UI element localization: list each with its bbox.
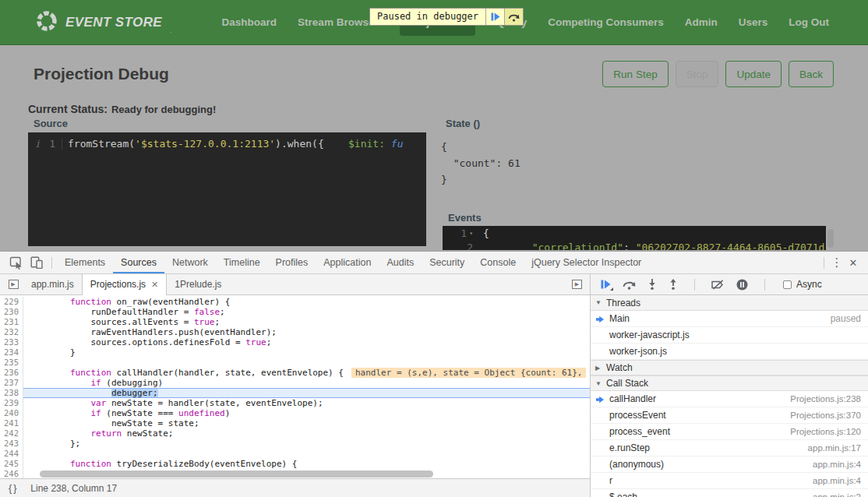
run-step-button[interactable]: Run Step (602, 61, 668, 87)
devtools-menu-icon[interactable]: ⋮ (829, 256, 845, 270)
toggle-panel-icon[interactable]: ▶ (572, 274, 582, 294)
devtools-tab-sources[interactable]: Sources (113, 252, 164, 273)
call-stack-frame-processevent[interactable]: processEventProjections.js:370 (591, 407, 868, 424)
back-button[interactable]: Back (789, 61, 834, 87)
gutter-line-240[interactable]: 240 (0, 408, 23, 418)
code-line-231[interactable]: 231 sources.allEvents = true; (0, 317, 590, 327)
code-line-237[interactable]: 237 if (debugging) (0, 378, 590, 388)
devtools-tab-timeline[interactable]: Timeline (216, 252, 268, 273)
code-line-240[interactable]: 240 if (newState === undefined) (0, 408, 590, 418)
devtools-tab-application[interactable]: Application (316, 252, 379, 273)
thread-row-main[interactable]: Mainpaused (591, 311, 868, 327)
step-over-button[interactable] (623, 280, 636, 290)
events-scrollbar-thumb[interactable] (827, 229, 834, 248)
code-line-238[interactable]: 238 debugger; (0, 388, 590, 398)
code-editor[interactable]: 229 function on_raw(eventHandler) {230 r… (0, 295, 590, 478)
devtools-close-icon[interactable]: ✕ (845, 257, 862, 269)
banner-step-over-button[interactable] (504, 9, 523, 25)
file-tab-1prelude-js[interactable]: 1Prelude.js (167, 274, 229, 294)
devtools-tab-profiles[interactable]: Profiles (268, 252, 316, 273)
code-line-244[interactable]: 244 (0, 449, 590, 459)
close-tab-icon[interactable]: ✕ (151, 275, 158, 294)
gutter-line-231[interactable]: 231 (0, 317, 23, 327)
devtools-tab-jquery-selector-inspector[interactable]: jQuery Selector Inspector (524, 252, 649, 273)
code-line-234[interactable]: 234 } (0, 347, 590, 358)
devtools-tab-elements[interactable]: Elements (57, 252, 113, 273)
code-line-236[interactable]: 236 function callHandler(handler, state,… (0, 368, 590, 378)
devtools-tab-audits[interactable]: Audits (379, 252, 422, 273)
gutter-line-245[interactable]: 245 (0, 459, 23, 469)
call-stack-frame-each[interactable]: $.eachapp.min.js:2 (591, 489, 868, 497)
gutter-line-233[interactable]: 233 (0, 337, 23, 347)
code-line-232[interactable]: 232 rawEventHandlers.push(eventHandler); (0, 327, 590, 337)
threads-section-header[interactable]: ▼ Threads (591, 295, 868, 311)
code-line-230[interactable]: 230 runDefaultHandler = false; (0, 307, 590, 317)
gutter-line-230[interactable]: 230 (0, 307, 23, 317)
watch-section-header[interactable]: ▶ Watch (591, 360, 868, 375)
gutter-line-237[interactable]: 237 (0, 378, 23, 388)
nav-item-users[interactable]: Users (739, 16, 768, 28)
code-line-235[interactable]: 235 (0, 358, 590, 368)
call-stack-frame-e-runstep[interactable]: e.runStepapp.min.js:17 (591, 440, 868, 456)
device-toolbar-icon[interactable] (26, 252, 47, 273)
gutter-line-235[interactable]: 235 (0, 358, 23, 368)
code-line-246[interactable]: 246 (0, 469, 590, 478)
stop-button[interactable]: Stop (676, 61, 719, 87)
gutter-line-246[interactable]: 246 (0, 469, 23, 478)
nav-item-admin[interactable]: Admin (685, 16, 718, 28)
call-stack-section-header[interactable]: ▼ Call Stack (591, 375, 868, 391)
code-line-242[interactable]: 242 return newState; (0, 428, 590, 439)
gutter-line-243[interactable]: 243 (0, 439, 23, 449)
nav-item-stream-browser[interactable]: Stream Browser (298, 16, 379, 28)
gutter-line-238[interactable]: 238 (0, 388, 23, 398)
horizontal-scrollbar-thumb[interactable] (40, 471, 433, 478)
async-checkbox[interactable]: Async (783, 279, 822, 290)
file-tab-app-min-js[interactable]: app.min.js (23, 274, 82, 294)
call-stack-frame-r[interactable]: rapp.min.js:4 (591, 473, 868, 489)
code-line-229[interactable]: 229 function on_raw(eventHandler) { (0, 297, 590, 307)
checkbox-icon[interactable] (783, 280, 792, 289)
gutter-line-244[interactable]: 244 (0, 449, 23, 459)
gutter-line-239[interactable]: 239 (0, 398, 23, 408)
step-out-button[interactable] (669, 279, 678, 290)
show-navigator-icon[interactable]: ▶ (3, 274, 23, 294)
fold-arrow-icon[interactable]: ▾ (469, 230, 473, 237)
gutter-line-236[interactable]: 236 (0, 368, 23, 378)
nav-item-log-out[interactable]: Log Out (789, 16, 829, 28)
source-gutter[interactable]: i 1 (28, 138, 62, 150)
deactivate-breakpoints-button[interactable] (711, 280, 725, 290)
gutter-line-232[interactable]: 232 (0, 327, 23, 337)
update-button[interactable]: Update (725, 61, 782, 87)
code-line-241[interactable]: 241 newState = state; (0, 418, 590, 428)
thread-row-worker-json-js[interactable]: worker-json.js (591, 344, 868, 360)
code-line-233[interactable]: 233 sources.options.definesFold = true; (0, 337, 590, 347)
banner-resume-button[interactable] (485, 9, 504, 25)
step-into-button[interactable] (647, 279, 657, 290)
code-line-243[interactable]: 243 }; (0, 439, 590, 449)
gutter-line-229[interactable]: 229 (0, 297, 23, 307)
gutter-line-234[interactable]: 234 (0, 347, 23, 358)
resume-script-button[interactable] (601, 280, 611, 289)
call-stack-frame-process-event[interactable]: process_eventProjections.js:120 (591, 424, 868, 440)
code-line-239[interactable]: 239 var newState = handler(state, eventE… (0, 398, 590, 408)
file-tab-projections-js[interactable]: Projections.js✕ (82, 274, 168, 295)
gutter-line-241[interactable]: 241 (0, 418, 23, 428)
devtools-tab-security[interactable]: Security (422, 252, 472, 273)
pretty-print-icon[interactable]: {} (9, 483, 18, 494)
brand-logo[interactable]: EVENT STORE . (35, 9, 171, 36)
events-gutter-line1[interactable]: 1 ▾ (443, 227, 478, 239)
events-gutter-line2[interactable]: 2 (443, 241, 478, 251)
pause-on-exceptions-button[interactable] (736, 279, 748, 291)
thread-row-worker-javascript-js[interactable]: worker-javascript.js (591, 327, 868, 344)
nav-item-dashboard[interactable]: Dashboard (222, 16, 277, 28)
call-stack-frame-anonymous[interactable]: (anonymous)app.min.js:4 (591, 456, 868, 473)
call-stack-frame-callhandler[interactable]: callHandlerProjections.js:238 (591, 391, 868, 407)
code-line-245[interactable]: 245 function tryDeserializeBody(eventEnv… (0, 459, 590, 469)
inspect-element-icon[interactable] (6, 252, 26, 273)
nav-item-competing-consumers[interactable]: Competing Consumers (548, 16, 664, 28)
devtools-tab-network[interactable]: Network (164, 252, 216, 273)
gutter-line-242[interactable]: 242 (0, 428, 23, 439)
source-code-editor[interactable]: i 1 fromStream('$stats-127.0.0.1:2113').… (28, 132, 426, 246)
events-editor[interactable]: 1 ▾ { 2 "correlationId": "06202702-8827-… (443, 226, 826, 250)
devtools-tab-console[interactable]: Console (472, 252, 524, 273)
